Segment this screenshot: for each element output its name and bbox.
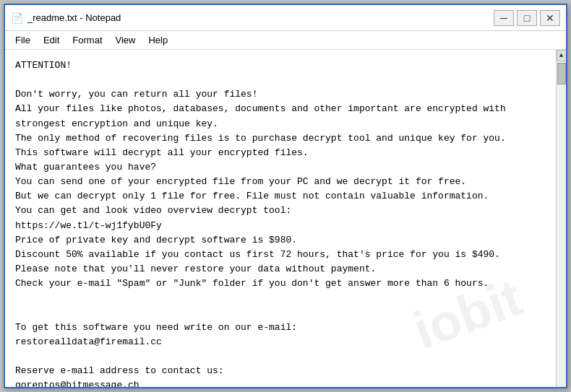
- scroll-thumb[interactable]: [557, 63, 566, 84]
- menu-edit[interactable]: Edit: [38, 32, 65, 48]
- close-button[interactable]: ✕: [540, 10, 560, 26]
- minimize-button[interactable]: ─: [494, 10, 514, 26]
- menu-help[interactable]: Help: [142, 32, 173, 48]
- menu-file[interactable]: File: [9, 32, 36, 48]
- title-left: 📄 _readme.txt - Notepad: [11, 12, 121, 24]
- content-area: ATTENTION! Don't worry, you can return a…: [5, 50, 566, 387]
- text-editor[interactable]: ATTENTION! Don't worry, you can return a…: [5, 50, 556, 387]
- app-icon: 📄: [11, 12, 23, 24]
- scroll-up-arrow[interactable]: ▲: [557, 50, 567, 61]
- title-controls: ─ □ ✕: [494, 10, 560, 26]
- menu-format[interactable]: Format: [66, 32, 108, 48]
- title-bar: 📄 _readme.txt - Notepad ─ □ ✕: [5, 5, 566, 31]
- window-title: _readme.txt - Notepad: [27, 12, 121, 23]
- menu-view[interactable]: View: [110, 32, 142, 48]
- menu-bar: File Edit Format View Help: [5, 31, 566, 50]
- maximize-button[interactable]: □: [517, 10, 537, 26]
- notepad-window: 📄 _readme.txt - Notepad ─ □ ✕ File Edit …: [4, 4, 567, 388]
- scrollbar[interactable]: ▲: [556, 50, 566, 387]
